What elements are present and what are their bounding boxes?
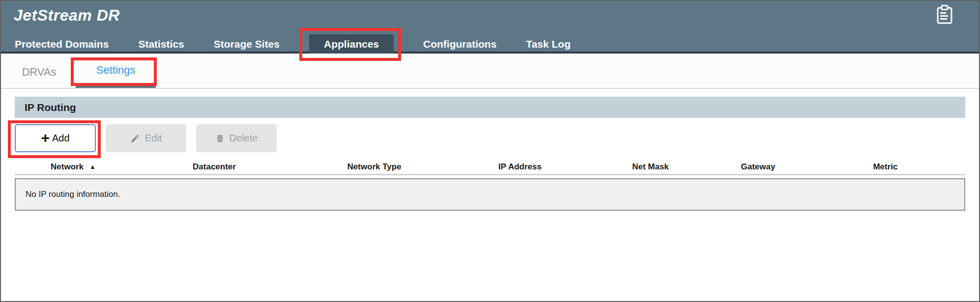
nav-item-storage-sites[interactable]: Storage Sites <box>214 34 280 54</box>
column-header-network-type[interactable]: Network Type <box>297 162 452 172</box>
nav-item-appliances[interactable]: Appliances <box>309 34 394 54</box>
column-header-metric[interactable]: Metric <box>804 162 967 172</box>
app-logo: JetStream DR <box>14 6 120 25</box>
delete-button-label: Delete <box>230 133 258 144</box>
column-label: Network <box>51 162 84 172</box>
tab-label: Settings <box>96 64 136 77</box>
edit-button[interactable]: Edit <box>106 124 186 152</box>
edit-button-label: Edit <box>145 133 162 144</box>
delete-button[interactable]: Delete <box>196 124 277 152</box>
clipboard-icon[interactable] <box>936 5 953 25</box>
empty-state-message: No IP routing information. <box>26 190 120 199</box>
column-header-net-mask[interactable]: Net Mask <box>588 162 713 172</box>
nav-label: Appliances <box>324 38 379 50</box>
ip-routing-table-header: Network ▲ Datacenter Network Type IP Add… <box>15 160 965 175</box>
sort-ascending-icon: ▲ <box>89 163 96 170</box>
column-label: Metric <box>873 162 897 172</box>
nav-label: Protected Domains <box>15 38 109 50</box>
nav-item-protected-domains[interactable]: Protected Domains <box>15 34 109 54</box>
pencil-icon <box>130 134 140 143</box>
content-area: IP Routing + Add Edit <box>15 97 965 211</box>
ip-routing-toolbar: + Add Edit <box>15 124 965 152</box>
tab-label: DRVAs <box>22 66 56 79</box>
nav-item-statistics[interactable]: Statistics <box>138 34 184 54</box>
column-label: IP Address <box>498 162 542 172</box>
column-label: Gateway <box>741 162 776 172</box>
add-button-label: Add <box>52 133 70 144</box>
nav-item-configurations[interactable]: Configurations <box>423 34 496 54</box>
column-label: Net Mask <box>632 162 669 172</box>
section-header-ip-routing: IP Routing <box>15 97 965 118</box>
column-header-datacenter[interactable]: Datacenter <box>132 162 297 172</box>
app-header: JetStream DR Protected Domains Statistic… <box>1 1 979 54</box>
nav-label: Statistics <box>138 38 184 50</box>
app-window: JetStream DR Protected Domains Statistic… <box>0 0 980 302</box>
trash-icon <box>215 134 225 143</box>
clipboard-icon-svg <box>936 5 953 25</box>
nav-label: Storage Sites <box>214 38 280 50</box>
add-button[interactable]: + Add <box>15 124 96 152</box>
main-nav: Protected Domains Statistics Storage Sit… <box>1 34 979 54</box>
table-empty-state: No IP routing information. <box>15 178 965 211</box>
column-header-ip-address[interactable]: IP Address <box>452 162 588 172</box>
subtab-bar: DRVAs Settings <box>1 54 979 89</box>
nav-item-task-log[interactable]: Task Log <box>526 34 571 54</box>
tab-drvas[interactable]: DRVAs <box>11 54 67 88</box>
column-header-network[interactable]: Network ▲ <box>15 162 132 172</box>
column-label: Datacenter <box>193 162 236 172</box>
nav-label: Task Log <box>526 38 571 50</box>
column-header-gateway[interactable]: Gateway <box>713 162 804 172</box>
section-title: IP Routing <box>25 102 76 113</box>
plus-icon: + <box>41 131 50 145</box>
tab-settings[interactable]: Settings <box>76 54 156 88</box>
nav-label: Configurations <box>423 38 496 50</box>
column-label: Network Type <box>347 162 401 172</box>
